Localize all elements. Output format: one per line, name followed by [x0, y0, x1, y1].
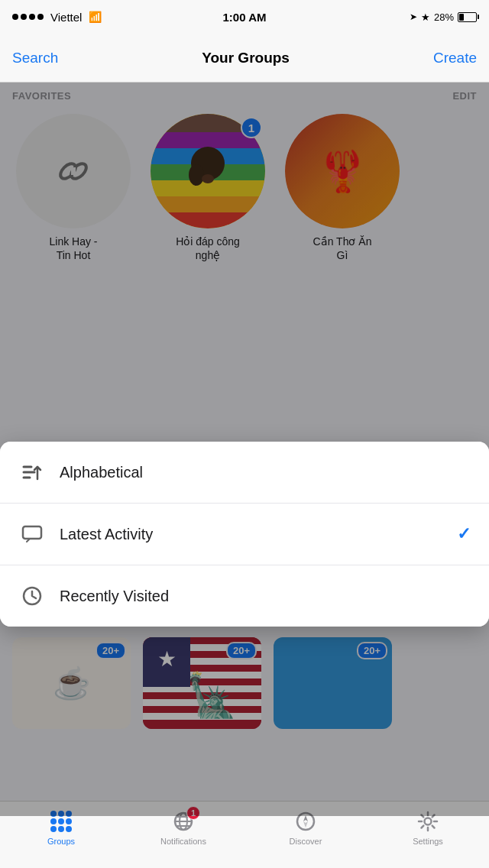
chat-icon — [18, 520, 46, 548]
tab-label: Notifications — [160, 837, 206, 846]
sort-option-recently-visited[interactable]: Recently Visited — [0, 565, 489, 627]
sort-option-label: Alphabetical — [60, 464, 471, 481]
tab-label: Discover — [290, 837, 322, 846]
clock-icon — [18, 582, 46, 610]
location-icon: ➤ — [410, 11, 417, 22]
sort-option-latest-activity[interactable]: Latest Activity ✓ — [0, 503, 489, 565]
svg-rect-9 — [23, 526, 41, 539]
tab-label: Groups — [47, 837, 75, 846]
battery-icon — [458, 12, 477, 22]
battery-percent: 28% — [434, 11, 454, 23]
sort-modal: Alphabetical Latest Activity ✓ Recently … — [0, 442, 489, 627]
svg-marker-27 — [303, 815, 308, 821]
checkmark-icon: ✓ — [457, 524, 471, 544]
status-right: ➤ ★ 28% — [410, 11, 477, 23]
alphabetical-icon — [18, 458, 46, 486]
modal-caret — [234, 626, 255, 627]
svg-marker-28 — [303, 821, 308, 828]
sort-option-label: Latest Activity — [60, 526, 457, 543]
signal-dots — [12, 14, 44, 20]
sort-option-label: Recently Visited — [60, 588, 471, 605]
search-button[interactable]: Search — [12, 50, 58, 66]
create-button[interactable]: Create — [433, 50, 477, 66]
main-content: FAVORITES EDIT Link Hay -Tin Hot — [0, 83, 489, 816]
carrier-label: Viettel — [50, 11, 82, 24]
status-left: Viettel 📶 — [12, 11, 102, 24]
wifi-icon: 📶 — [89, 11, 102, 23]
tab-label: Settings — [413, 837, 443, 846]
nav-bar: Search Your Groups Create — [0, 34, 489, 83]
bluetooth-icon: ★ — [421, 11, 430, 23]
sort-option-alphabetical[interactable]: Alphabetical — [0, 442, 489, 503]
status-bar: Viettel 📶 1:00 AM ➤ ★ 28% — [0, 0, 489, 34]
svg-point-29 — [425, 818, 432, 825]
page-title: Your Groups — [202, 50, 290, 66]
status-time: 1:00 AM — [223, 11, 267, 24]
